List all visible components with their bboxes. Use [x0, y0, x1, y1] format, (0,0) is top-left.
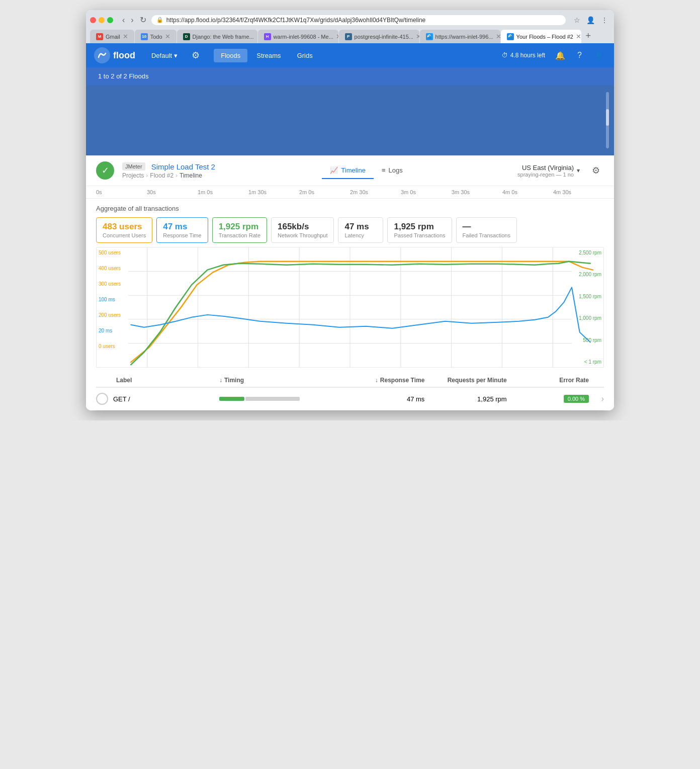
- bookmark-button[interactable]: ☆: [572, 15, 582, 25]
- table-row: GET / 47 ms 1,925 rpm: [96, 388, 604, 410]
- timer-icon: ⏱: [502, 52, 508, 59]
- response-time-label: Response Time: [163, 232, 201, 238]
- tab-logs[interactable]: ≡ Logs: [374, 162, 411, 179]
- data-table-section: Label ↓ Timing ↓ Response Time Requests …: [86, 372, 614, 410]
- metric-transaction-rate[interactable]: 1,925 rpm Transaction Rate: [212, 217, 267, 243]
- time-left-text: 4.8 hours left: [510, 52, 545, 59]
- metric-passed-transactions[interactable]: 1,925 rpm Passed Transactions: [387, 217, 452, 243]
- nav-buttons: ‹ › ↻: [120, 14, 148, 26]
- axis-1m30: 1m 30s: [248, 189, 299, 195]
- tab-warm1[interactable]: H warm-inlet-99608 - Me... ✕: [258, 30, 338, 43]
- nav-floods[interactable]: Floods: [214, 49, 247, 62]
- flood-settings-button[interactable]: ⚙: [588, 163, 604, 178]
- lock-icon: 🔒: [156, 17, 163, 23]
- tab-gmail[interactable]: M Gmail ✕: [90, 30, 134, 43]
- metric-network-throughput[interactable]: 165kb/s Network Throughput: [271, 217, 334, 243]
- col-timing-text: Timing: [224, 377, 244, 384]
- network-throughput-value: 165kb/s: [278, 222, 327, 232]
- app-header: flood Default ▾ ⚙ Floods Streams Grids ⏱…: [86, 43, 614, 67]
- minimize-button[interactable]: [99, 17, 105, 23]
- logo-text: flood: [113, 50, 135, 61]
- django-tab-label: Django: the Web frame...: [193, 34, 254, 40]
- data-table-header: Label ↓ Timing ↓ Response Time Requests …: [96, 372, 604, 388]
- maximize-button[interactable]: [107, 17, 113, 23]
- profile-button[interactable]: 👤: [584, 15, 597, 25]
- failed-transactions-label: Failed Transactions: [463, 232, 510, 238]
- region-chevron: ▾: [577, 167, 580, 174]
- app-logo[interactable]: flood: [94, 47, 135, 63]
- traffic-lights: [90, 17, 113, 23]
- metric-response-time[interactable]: 47 ms Response Time: [156, 217, 208, 243]
- menu-button[interactable]: ⋮: [599, 15, 610, 25]
- timing-bar-green: [219, 397, 244, 401]
- tab-django[interactable]: D Django: the Web frame... ✕: [177, 30, 257, 43]
- gmail-favicon: M: [96, 33, 103, 40]
- warm1-tab-close[interactable]: ✕: [336, 33, 338, 40]
- nav-streams[interactable]: Streams: [249, 49, 288, 62]
- tab-https-warm[interactable]: 🌊 https://warm-inlet-996... ✕: [420, 30, 500, 43]
- rpm-value: 1,925 rpm: [477, 395, 507, 403]
- flood-active-favicon: 🌊: [507, 33, 514, 40]
- timeline-axis: 0s 30s 1m 0s 1m 30s 2m 0s 2m 30s 3m 0s 3…: [86, 186, 614, 199]
- new-tab-button[interactable]: +: [582, 29, 595, 43]
- row-response-time: 47 ms: [342, 395, 424, 403]
- breadcrumb-current: Timeline: [180, 172, 202, 179]
- forward-button[interactable]: ›: [129, 14, 135, 26]
- flood-name[interactable]: Simple Load Test 2: [151, 162, 215, 171]
- breadcrumb-flood[interactable]: Flood #2: [150, 172, 173, 179]
- gmail-tab-close[interactable]: ✕: [123, 33, 128, 40]
- tab-timeline[interactable]: 📈 Timeline: [322, 162, 374, 179]
- logs-label: Logs: [389, 166, 403, 174]
- error-rate-badge: 0.00 %: [564, 395, 589, 403]
- help-button[interactable]: ?: [575, 49, 584, 62]
- metric-failed-transactions[interactable]: — Failed Transactions: [456, 217, 517, 243]
- django-favicon: D: [183, 33, 190, 40]
- region-sub: spraying-regen — 1 no: [517, 172, 574, 178]
- col-header-timing[interactable]: ↓ Timing: [219, 377, 342, 384]
- notifications-button[interactable]: 🔔: [553, 49, 567, 62]
- breadcrumb-sep2: ›: [176, 172, 178, 179]
- tab-todo[interactable]: 10 Todo ✕: [135, 30, 177, 43]
- back-button[interactable]: ‹: [120, 14, 127, 26]
- tab-flood-active[interactable]: 🌊 Your Floods – Flood #2 ✕: [501, 30, 581, 43]
- close-button[interactable]: [90, 17, 96, 23]
- concurrent-users-label: Concurrent Users: [103, 232, 146, 238]
- nav-grids[interactable]: Grids: [290, 49, 320, 62]
- row-action[interactable]: ›: [589, 394, 604, 403]
- breadcrumb-projects[interactable]: Projects: [122, 172, 144, 179]
- concurrent-users-value: 483 users: [103, 222, 146, 232]
- col-header-response-time[interactable]: ↓ Response Time: [342, 377, 424, 384]
- failed-transactions-value: —: [463, 222, 510, 232]
- browser-actions: ☆ 👤 ⋮: [572, 15, 610, 25]
- django-tab-close[interactable]: ✕: [256, 33, 257, 40]
- tab-postgres[interactable]: P postgresql-infinite-415... ✕: [339, 30, 419, 43]
- account-button[interactable]: 👤: [592, 49, 606, 62]
- header-settings-button[interactable]: ⚙: [190, 48, 202, 63]
- postgres-tab-close[interactable]: ✕: [416, 33, 419, 40]
- metric-concurrent-users[interactable]: 483 users Concurrent Users: [96, 217, 152, 243]
- https-warm-tab-close[interactable]: ✕: [496, 33, 500, 40]
- col-header-rpm: Requests per Minute: [424, 377, 506, 384]
- row-error-rate: 0.00 %: [507, 395, 589, 403]
- https-warm-tab-label: https://warm-inlet-996...: [435, 34, 493, 40]
- row-timing: [219, 397, 342, 401]
- flood-active-tab-close[interactable]: ✕: [576, 33, 581, 40]
- scroll-indicator[interactable]: [606, 92, 609, 148]
- row-label: GET /: [96, 393, 219, 405]
- workspace-selector[interactable]: Default ▾: [147, 50, 182, 61]
- metric-latency[interactable]: 47 ms Latency: [338, 217, 383, 243]
- col-error-rate-text: Error Rate: [559, 377, 589, 384]
- metrics-section-title: Aggregate of all transactions: [96, 205, 604, 212]
- todo-tab-close[interactable]: ✕: [165, 33, 170, 40]
- workspace-label: Default: [151, 52, 172, 59]
- axis-30s: 30s: [147, 189, 198, 195]
- timeline-label: Timeline: [341, 166, 366, 174]
- row-chevron-icon[interactable]: ›: [601, 394, 604, 403]
- col-header-label: Label: [96, 377, 219, 384]
- reload-button[interactable]: ↻: [138, 14, 148, 26]
- passed-transactions-label: Passed Transactions: [394, 232, 445, 238]
- region-selector[interactable]: US East (Virginia) spraying-regen — 1 no…: [517, 164, 580, 178]
- address-bar[interactable]: 🔒 https://app.flood.io/p/32364/f/Zrqf4WK…: [151, 15, 566, 25]
- flood-title-section: JMeter Simple Load Test 2 Projects › Flo…: [122, 162, 215, 179]
- axis-3m: 3m 0s: [401, 189, 452, 195]
